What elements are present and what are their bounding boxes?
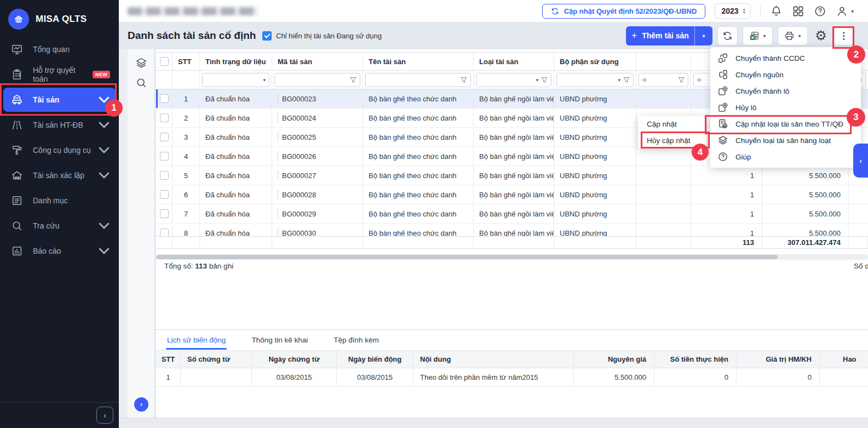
- table-row[interactable]: 8Đã chuẩn hóaBG000030Bộ bàn ghế theo chứ…: [156, 224, 868, 236]
- scrollbar-thumb[interactable]: [156, 255, 778, 259]
- funnel-icon[interactable]: [541, 77, 548, 83]
- menu-item-4[interactable]: Hủy lô: [710, 99, 861, 116]
- add-asset-button[interactable]: +Thêm tài sản ▾: [626, 26, 712, 45]
- funnel-icon[interactable]: [350, 77, 357, 83]
- row-select-cell: [156, 204, 173, 223]
- menu-item-7[interactable]: Giúp: [710, 149, 861, 165]
- sidebar-item-tai-san[interactable]: Tài sản: [3, 88, 116, 112]
- menu-item-1[interactable]: Chuyển thành CCDC: [710, 50, 861, 66]
- type-filter-select[interactable]: ▾: [476, 73, 551, 87]
- row-checkbox[interactable]: [160, 171, 169, 180]
- row-checkbox[interactable]: [160, 152, 169, 161]
- table-row[interactable]: 5Đã chuẩn hóaBG000027Bộ bàn ghế theo chứ…: [156, 166, 868, 185]
- row-checkbox[interactable]: [160, 113, 169, 122]
- code-filter-input[interactable]: [274, 73, 360, 87]
- refresh-button[interactable]: [717, 26, 738, 45]
- table-row[interactable]: 6Đã chuẩn hóaBG000028Bộ bàn ghế theo chứ…: [156, 185, 868, 204]
- detail-tab-2[interactable]: Thông tin kê khai: [250, 332, 309, 349]
- detail-tab-3[interactable]: Tệp đính kèm: [332, 332, 380, 349]
- horizontal-scrollbar[interactable]: [156, 254, 868, 260]
- sidebar-item-bao-cao[interactable]: Báo cáo: [3, 239, 116, 263]
- road-icon: [11, 119, 23, 131]
- col-header-name[interactable]: Tên tài sản: [363, 53, 474, 70]
- cell-type: Bộ bàn ghế ngồi làm việc trang...: [474, 185, 554, 204]
- cell-dept: UBND phường: [554, 224, 636, 236]
- collapse-right-panel-tab[interactable]: ‹: [853, 144, 868, 178]
- cell-name: Bộ bàn ghế theo chức danh: [363, 224, 474, 236]
- more-actions-button[interactable]: ⋮: [834, 26, 853, 45]
- dept-filter-select[interactable]: ▾: [556, 73, 634, 87]
- funnel-icon[interactable]: [623, 77, 630, 83]
- layers-icon[interactable]: [135, 57, 147, 69]
- cell-hidden: [636, 166, 691, 185]
- settings-gear-icon[interactable]: ⚙: [813, 28, 829, 43]
- sidebar-item-danh-muc[interactable]: Danh mục: [3, 189, 116, 213]
- numeric-filter-input[interactable]: =: [639, 73, 688, 87]
- sidebar-item-cong-cu-dung-cu[interactable]: Công cụ dụng cụ: [3, 138, 116, 162]
- cell-status: Đã chuẩn hóa: [200, 166, 272, 185]
- col-header-code[interactable]: Mã tài sản: [272, 53, 363, 70]
- row-checkbox[interactable]: [160, 94, 169, 103]
- add-asset-dropdown[interactable]: ▾: [695, 26, 712, 45]
- user-menu[interactable]: ▾: [836, 5, 854, 18]
- menu-item-5[interactable]: Cập nhật loại tài sản theo TT/QĐ›: [710, 116, 861, 132]
- row-checkbox[interactable]: [160, 209, 169, 218]
- row-checkbox[interactable]: [160, 229, 169, 236]
- menu-item-3[interactable]: Chuyển thành lô: [710, 83, 861, 99]
- name-filter-input[interactable]: [365, 73, 471, 87]
- sidebar-item-tai-san-xac-lap[interactable]: Tài sản xác lập: [3, 163, 116, 187]
- select-all-checkbox[interactable]: [160, 57, 169, 66]
- submenu-item-2[interactable]: Hủy cập nhật: [638, 132, 706, 149]
- detail-col-header: Số tiền thực hiện: [654, 351, 737, 368]
- year-spinner-icon[interactable]: ▲▼: [743, 8, 746, 14]
- detail-cell: 1: [156, 368, 181, 386]
- table-row[interactable]: 7Đã chuẩn hóaBG000029Bộ bàn ghế theo chứ…: [156, 204, 868, 224]
- row-checkbox[interactable]: [160, 133, 169, 141]
- col-header-status[interactable]: Tình trạng dữ liệu: [200, 53, 272, 70]
- refresh-icon: [551, 7, 559, 15]
- in-use-checkbox[interactable]: [262, 31, 272, 41]
- sidebar-item-tra-cuu[interactable]: Tra cứu: [3, 214, 116, 238]
- filter-stt: [173, 71, 200, 89]
- funnel-icon[interactable]: [678, 77, 685, 83]
- filter-empty: [156, 71, 173, 89]
- detail-table-row[interactable]: 103/08/201503/08/2015Theo dõi trên phần …: [156, 368, 868, 387]
- menu-item-6[interactable]: Chuyển loại tài sản hàng loạt: [710, 132, 861, 149]
- row-checkbox[interactable]: [160, 190, 169, 199]
- add-asset-main[interactable]: +Thêm tài sản: [626, 26, 694, 45]
- sidebar-item-ho-tro-quyet-toan[interactable]: Hỗ trợ quyết toánNEW: [3, 62, 116, 87]
- cell-price: 5.500.000: [762, 204, 849, 223]
- cell-name: Bộ bàn ghế theo chức danh: [363, 128, 474, 146]
- submenu-item-1[interactable]: Cập nhật: [638, 116, 706, 132]
- cell-stt: 5: [173, 166, 200, 185]
- total-original-price: 307.011.427.474: [762, 237, 849, 248]
- funnel-icon[interactable]: [461, 77, 467, 83]
- submenu-arrow-icon: ›: [851, 119, 854, 129]
- search-icon[interactable]: [135, 77, 147, 89]
- col-header-stt[interactable]: STT: [173, 53, 200, 70]
- sidebar-item-tai-san-ht-db[interactable]: Tài sản HT-ĐB: [3, 113, 116, 137]
- col-header-dept[interactable]: Bộ phận sử dụng: [554, 53, 636, 70]
- export-excel-button[interactable]: ▾: [743, 26, 773, 45]
- cell-name: Bộ bàn ghế theo chức danh: [363, 166, 474, 185]
- sidebar-item-tong-quan[interactable]: Tổng quan: [3, 37, 116, 61]
- expand-panel-button[interactable]: ›: [134, 397, 148, 412]
- apps-grid-icon[interactable]: [792, 5, 804, 18]
- update-decision-button[interactable]: Cập nhật Quyết định 52/2023/QĐ-UBND: [542, 4, 706, 19]
- print-button[interactable]: ▾: [778, 26, 808, 45]
- cell-status: Đã chuẩn hóa: [200, 147, 272, 166]
- chevron-down-icon: ▾: [702, 33, 705, 39]
- status-filter-select[interactable]: ▾: [202, 73, 269, 87]
- sidebar-collapse-button[interactable]: ‹: [96, 407, 113, 424]
- detail-col-header: Ngày biến động: [337, 351, 413, 368]
- report-icon: [11, 245, 23, 257]
- bell-icon[interactable]: [770, 5, 783, 18]
- help-icon[interactable]: [814, 5, 826, 18]
- col-header-type[interactable]: Loại tài sản: [474, 53, 554, 70]
- search-icon: [11, 220, 23, 232]
- rows-per-page-label-clipped: Số d: [854, 262, 868, 270]
- menu-item-2[interactable]: Chuyển nguồn: [710, 66, 861, 83]
- detail-tab-1[interactable]: Lịch sử biến động: [166, 332, 227, 349]
- menu-item-label: Giúp: [735, 153, 751, 161]
- year-selector[interactable]: 2023 ▲▼: [715, 3, 751, 19]
